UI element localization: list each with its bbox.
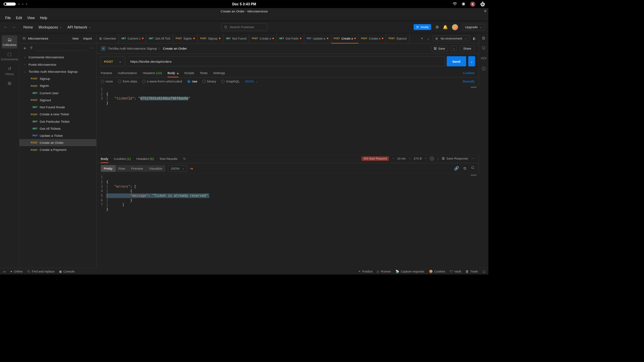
settings-icon[interactable]: ⚙: [435, 25, 439, 29]
url-input[interactable]: https://tixvibe.dev/api/orders: [127, 56, 444, 66]
search-response-icon[interactable]: [471, 166, 475, 171]
tab-authorization[interactable]: Authorization: [118, 71, 137, 75]
resp-tab-cookies[interactable]: Cookies (1): [114, 157, 130, 161]
vault-button[interactable]: 🛡 Vault: [450, 269, 461, 273]
menu-file[interactable]: File: [3, 15, 13, 20]
add-icon[interactable]: ＋: [22, 45, 27, 51]
request-title[interactable]: Create an Order: [163, 47, 187, 50]
code-icon[interactable]: </>: [481, 56, 487, 61]
request-item[interactable]: GETNot Found Route: [19, 104, 97, 111]
resp-tab-headers[interactable]: Headers (6): [137, 157, 154, 161]
bell-icon[interactable]: 🔔: [443, 25, 448, 29]
body-binary[interactable]: binary: [202, 79, 216, 83]
trash-button[interactable]: 🗑 Trash: [466, 269, 478, 273]
view-visualize[interactable]: Visualize: [146, 165, 165, 172]
left-nav-environments[interactable]: ▢ Environments: [0, 49, 19, 63]
cookies-link[interactable]: Cookies: [463, 71, 475, 75]
request-tab[interactable]: POSTSignup: [198, 33, 224, 43]
nav-workspaces[interactable]: Workspaces ⌄: [39, 25, 62, 29]
request-tab[interactable]: GETCurrent Us: [119, 33, 146, 43]
body-lang-select[interactable]: JSON ⌄: [245, 79, 258, 83]
body-editor[interactable]: 123 { │ "ticketId": "67517691e9246ba798f…: [97, 85, 479, 154]
response-body[interactable]: 1234567 { │ "errors": [ │ { │ "message":…: [97, 173, 479, 268]
body-xwww[interactable]: x-www-form-urlencoded: [142, 79, 182, 83]
request-item[interactable]: PUTUpdate a Ticket: [19, 132, 97, 139]
find-replace[interactable]: Find and replace: [27, 269, 54, 273]
body-raw[interactable]: raw: [187, 79, 197, 83]
request-tab[interactable]: POSTCreate a: [359, 33, 386, 43]
response-lang-select[interactable]: JSON ⌄: [168, 165, 187, 172]
wrap-lines-icon[interactable]: ⇥: [190, 166, 193, 171]
collection-folder[interactable]: ›Comments Microservice: [19, 54, 97, 61]
import-button[interactable]: Import: [82, 36, 93, 41]
collection-folder[interactable]: ⌄TixVibe Auth Microservice Signup: [19, 68, 97, 75]
request-item[interactable]: POSTCreate a new Ticket: [19, 111, 97, 118]
request-tab[interactable]: PUTUpdate a: [304, 33, 331, 43]
method-select[interactable]: POST ⌄: [100, 56, 125, 66]
save-dropdown[interactable]: ⌄: [451, 46, 457, 51]
tab-settings[interactable]: Settings: [213, 71, 225, 75]
invite-button[interactable]: Invite: [414, 24, 431, 30]
more-icon[interactable]: ⋯: [472, 157, 475, 161]
docs-icon[interactable]: 🗎: [482, 36, 486, 41]
avatar[interactable]: [452, 24, 458, 30]
request-item[interactable]: POSTSignin: [19, 82, 97, 89]
request-item[interactable]: GETCurrent User: [19, 89, 97, 96]
capture-button[interactable]: 📡 Capture requests: [395, 269, 424, 273]
sidebar-search[interactable]: [36, 45, 88, 51]
request-tab[interactable]: POSTSignout: [386, 33, 410, 43]
nav-forward-icon[interactable]: →: [12, 25, 16, 29]
request-item[interactable]: GETGet Particular Ticket: [19, 118, 97, 125]
nav-home[interactable]: Home: [23, 25, 33, 29]
new-button[interactable]: New: [71, 36, 80, 41]
view-raw[interactable]: Raw: [115, 165, 128, 172]
status-online[interactable]: ● Online: [10, 269, 22, 273]
network-icon[interactable]: [430, 157, 434, 161]
collection-folder[interactable]: ›Posts Microservice: [19, 61, 97, 68]
more-icon[interactable]: ⋯: [90, 46, 93, 50]
new-tab-icon[interactable]: ＋: [420, 36, 424, 41]
menu-view[interactable]: View: [24, 15, 37, 20]
request-tab[interactable]: POSTSignin: [173, 33, 198, 43]
cookies-button[interactable]: 🍪 Cookies: [429, 269, 445, 273]
view-pretty[interactable]: Pretty: [101, 165, 115, 172]
request-tab[interactable]: GETNot Found: [223, 33, 249, 43]
menu-edit[interactable]: Edit: [13, 15, 24, 20]
tab-body[interactable]: Body: [167, 71, 178, 75]
request-item[interactable]: POSTCreate an Order: [19, 139, 97, 146]
tabs-dropdown-icon[interactable]: ⌄: [427, 37, 430, 40]
request-item[interactable]: POSTSignout: [19, 96, 97, 103]
breadcrumb-workspace[interactable]: TixVibe Auth Microservice Signup: [108, 47, 157, 50]
console-toggle[interactable]: ▣ Console: [59, 269, 74, 273]
panel-toggle-icon[interactable]: ▭: [3, 269, 6, 273]
layout-icon[interactable]: ▢: [483, 269, 485, 273]
tab-tests[interactable]: Tests: [200, 71, 208, 75]
filter-icon[interactable]: [30, 46, 33, 50]
menu-help[interactable]: Help: [37, 15, 50, 20]
save-response-button[interactable]: 🖫 Save Response: [442, 157, 468, 161]
collapse-response-icon[interactable]: [471, 175, 477, 176]
request-item[interactable]: POSTSignup: [19, 75, 97, 82]
link-icon[interactable]: 🔗: [454, 166, 459, 171]
request-item[interactable]: GETGet All Tickets: [19, 125, 97, 132]
comments-icon[interactable]: 🗨: [482, 46, 486, 51]
request-tab[interactable]: POSTCreate an: [331, 33, 359, 43]
request-item[interactable]: POSTCreate a Payment: [19, 146, 97, 153]
copy-icon[interactable]: ⧉: [464, 166, 466, 171]
collapse-editor-icon[interactable]: [471, 87, 477, 88]
tab-headers[interactable]: Headers (10): [143, 71, 162, 75]
resp-tab-test-results[interactable]: Test Results: [159, 157, 177, 161]
resp-history-icon[interactable]: ↻: [183, 157, 186, 161]
runner-button[interactable]: ▷ Runner: [377, 269, 391, 273]
env-quicklook-icon[interactable]: ◧: [473, 37, 476, 40]
search-input[interactable]: Search Postman: [221, 23, 267, 31]
left-nav-history[interactable]: ↺ History: [4, 64, 15, 78]
save-button[interactable]: 🖫 Save: [431, 46, 448, 51]
resp-tab-body[interactable]: Body: [101, 157, 108, 161]
left-nav-collections[interactable]: 🗂 Collections: [2, 35, 17, 48]
body-none[interactable]: none: [101, 79, 113, 83]
request-tab[interactable]: POSTCreate a: [249, 33, 277, 43]
send-button[interactable]: Send: [447, 56, 466, 66]
info-icon[interactable]: ⓘ: [482, 66, 486, 72]
left-nav-more[interactable]: ⊞: [7, 78, 12, 89]
